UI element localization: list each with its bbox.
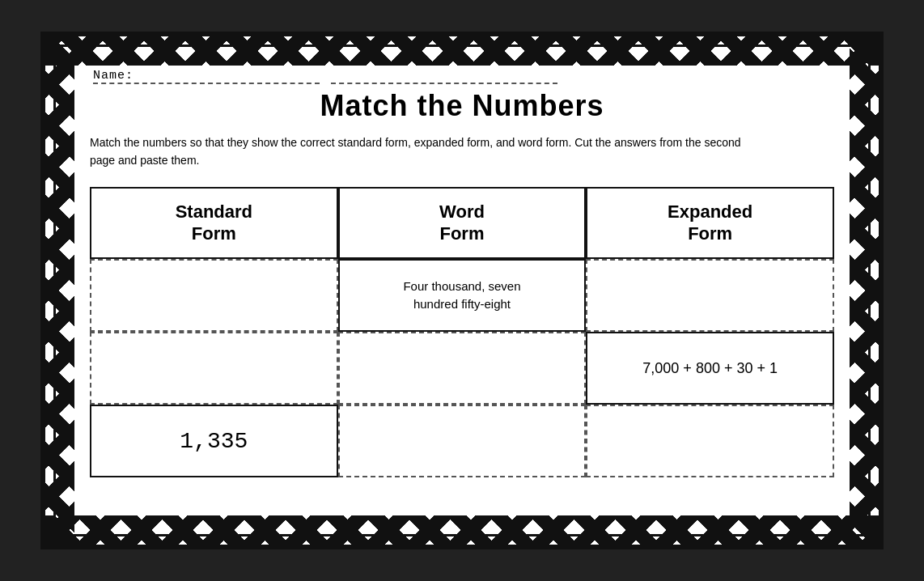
table-body: Four thousand, seven hundred fifty-eight… [90, 259, 834, 477]
page-title: Match the Numbers [90, 89, 834, 123]
header-expanded-form: Expanded Form [586, 187, 834, 259]
instructions-text: Match the numbers so that they show the … [90, 134, 753, 169]
zigzag-top [45, 36, 879, 66]
cell-standard-2: 1,335 [90, 405, 338, 477]
zigzag-bottom [45, 515, 879, 545]
cell-standard-1 [90, 332, 338, 405]
content-area: Name: Match the Numbers Match the number… [90, 69, 834, 477]
table-row: Four thousand, seven hundred fifty-eight [90, 259, 834, 332]
cell-expanded-2 [586, 405, 834, 477]
header-word-form: Word Form [338, 187, 587, 259]
header-standard-form: Standard Form [90, 187, 338, 259]
name-underline [331, 83, 557, 84]
cell-expanded-0 [586, 259, 834, 332]
cell-word-0: Four thousand, seven hundred fifty-eight [338, 259, 587, 332]
cell-word-2 [338, 405, 587, 477]
zigzag-left [45, 36, 74, 545]
match-table: Standard Form Word Form Expanded Form Fo… [90, 187, 834, 477]
zigzag-right [850, 36, 879, 545]
page-wrapper: Name: Match the Numbers Match the number… [40, 32, 884, 549]
table-header-row: Standard Form Word Form Expanded Form [90, 187, 834, 259]
name-line: Name: [90, 69, 834, 84]
table-row: 1,335 [90, 405, 834, 477]
cell-expanded-1: 7,000 + 800 + 30 + 1 [586, 332, 834, 405]
name-label: Name: [93, 69, 320, 84]
cell-word-1 [338, 332, 587, 405]
cell-standard-0 [90, 259, 338, 332]
table-row: 7,000 + 800 + 30 + 1 [90, 332, 834, 405]
